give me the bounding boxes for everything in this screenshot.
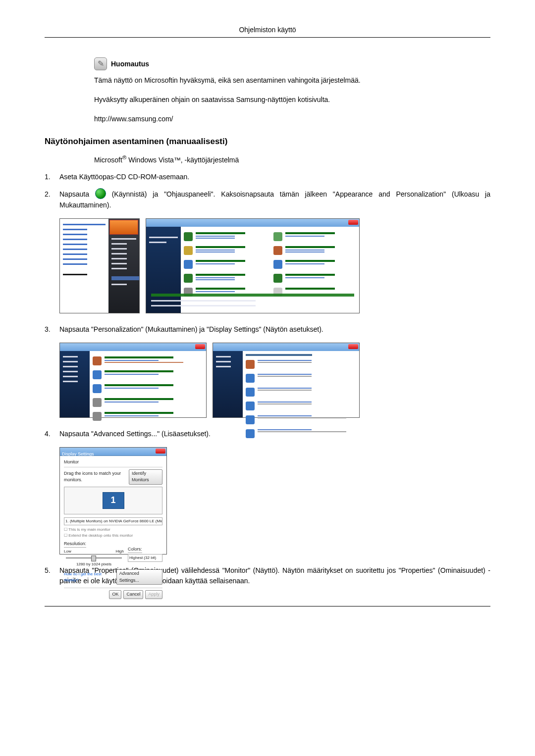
step-2-number: 2.: [45, 189, 59, 210]
notice-icon: ✎: [94, 57, 107, 70]
os-line: Microsoft® Windows Vista™, -käyttöjärjes…: [94, 153, 490, 165]
step-3-text: Napsauta "Personalization" (Mukauttamine…: [59, 324, 490, 335]
header-divider: [45, 37, 490, 38]
screenshot-start-menu: [59, 218, 140, 313]
res-high: High: [116, 549, 124, 554]
footer-divider: [45, 606, 490, 606]
step-1-text: Aseta Käyttöopas-CD CD-ROM-asemaan.: [59, 172, 490, 182]
notice-label: Huomautus: [111, 59, 149, 69]
notice-body: Tämä näyttö on Microsoftin hyväksymä, ei…: [94, 75, 490, 124]
close-icon: [156, 449, 165, 454]
page-header: Ohjelmiston käyttö: [45, 25, 490, 35]
screenshot-appearance: [59, 343, 207, 418]
step-2-text-b: (Käynnistä) ja "Ohjauspaneeli". Kaksoisn…: [59, 190, 490, 209]
notice-url: http://www.samsung.com/: [94, 114, 490, 124]
close-icon: [348, 220, 358, 225]
step-1: 1. Aseta Käyttöopas-CD CD-ROM-asemaan.: [45, 172, 490, 182]
os-suffix: Windows Vista™, -käyttöjärjestelmä: [126, 155, 239, 163]
advanced-settings-button[interactable]: Advanced Settings...: [116, 569, 162, 585]
dialog-title: Display Settings: [62, 452, 94, 456]
dialog-tab-monitor[interactable]: Monitor: [64, 459, 162, 467]
screenshot-personalization: [213, 343, 360, 418]
screenshot-row-2: [59, 343, 490, 418]
resolution-value: 1280 by 1024 pixels: [64, 561, 124, 567]
close-icon: [348, 344, 358, 349]
apply-button[interactable]: Apply: [145, 590, 162, 599]
screenshot-control-panel: [146, 218, 360, 313]
cancel-button[interactable]: Cancel: [123, 590, 143, 599]
colors-label: Colors:: [128, 546, 142, 554]
ok-button[interactable]: OK: [109, 590, 121, 599]
step-1-number: 1.: [45, 172, 59, 182]
res-low: Low: [64, 549, 71, 554]
step-2-text: Napsauta (Käynnistä) ja "Ohjauspaneeli".…: [59, 189, 490, 210]
close-icon: [195, 344, 205, 349]
notice-p2: Hyväksytty alkuperäinen ohjain on saatav…: [94, 95, 490, 105]
step-5-number: 5.: [45, 565, 59, 586]
os-prefix: Microsoft: [94, 155, 122, 163]
screenshot-row-1: [59, 218, 490, 313]
chk1-label: This is my main monitor: [68, 527, 110, 532]
chk-extend-desktop[interactable]: ☐ Extend the desktop onto this monitor: [64, 533, 162, 539]
step-4-number: 4.: [45, 429, 59, 439]
step-3-number: 3.: [45, 324, 59, 335]
windows-start-icon: [95, 188, 106, 199]
step-2-text-a: Napsauta: [59, 190, 95, 198]
step-3: 3. Napsauta "Personalization" (Mukauttam…: [45, 324, 490, 335]
monitor-preview-area: 1: [64, 487, 162, 514]
resolution-slider[interactable]: [66, 557, 122, 558]
resolution-label: Resolution:: [64, 541, 86, 548]
chk2-label: Extend the desktop onto this monitor: [68, 533, 133, 538]
monitor-1-icon[interactable]: 1: [103, 492, 124, 509]
drag-text: Drag the icons to match your monitors.: [64, 470, 129, 484]
step-2: 2. Napsauta (Käynnistä) ja "Ohjauspaneel…: [45, 189, 490, 210]
section-title: Näytönohjaimen asentaminen (manuaalisest…: [45, 135, 490, 148]
screenshot-display-settings: Display Settings Monitor Drag the icons …: [59, 447, 167, 554]
screenshot-row-3: Display Settings Monitor Drag the icons …: [59, 447, 490, 554]
colors-dropdown[interactable]: Highest (32 bit): [128, 554, 162, 562]
help-link[interactable]: How do I get the best display?: [64, 571, 116, 583]
identify-monitors-button[interactable]: Identify Monitors: [129, 469, 162, 485]
notice-p1: Tämä näyttö on Microsoftin hyväksymä, ei…: [94, 75, 490, 86]
monitor-dropdown[interactable]: 1. (Multiple Monitors) on NVIDIA GeForce…: [64, 517, 162, 525]
notice-header: ✎ Huomautus: [94, 57, 490, 70]
chk-main-monitor[interactable]: ☐ This is my main monitor: [64, 527, 162, 533]
